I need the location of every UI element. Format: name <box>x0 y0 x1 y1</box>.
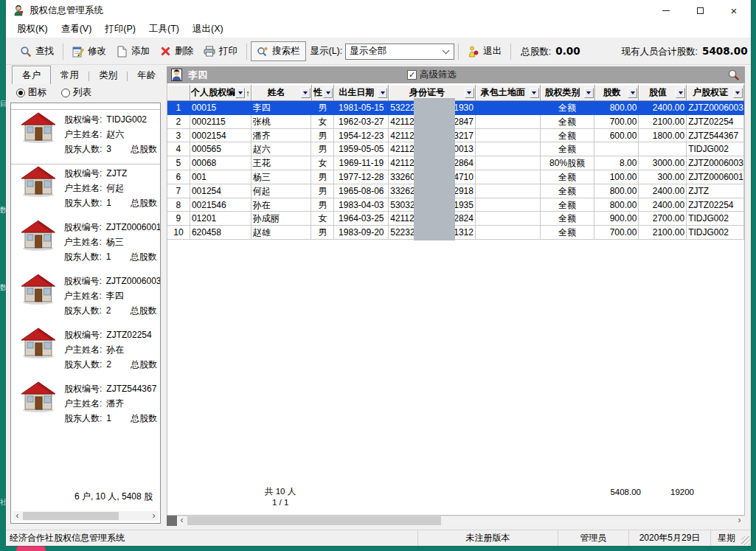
radio-icon-view[interactable]: 图标 <box>16 86 46 99</box>
cell-sharetype: 80%股额 <box>541 156 595 170</box>
cell-name: 赵六 <box>252 142 312 156</box>
filter-dropdown-icon[interactable] <box>733 88 743 98</box>
filter-dropdown-icon[interactable] <box>628 88 637 98</box>
menu-item[interactable]: 股权(K) <box>10 21 55 38</box>
menu-bar: 股权(K)查看(V)打印(P)工具(T)退出(X) <box>6 21 751 38</box>
household-code-line: 股权编号:ZJTZ <box>64 166 157 181</box>
table-row[interactable]: 7 001254 何起 男 1965-08-06 332622918 全额 80… <box>167 184 744 198</box>
cell-land <box>476 101 541 115</box>
cell-code: 00068 <box>190 156 252 170</box>
filter-dropdown-icon[interactable] <box>584 88 594 98</box>
household-owner-line: 户主姓名:杨三 <box>63 235 160 249</box>
table-row[interactable]: 9 01201 孙成丽 女 1964-03-25 421122824 全额 90… <box>167 212 744 226</box>
household-item[interactable]: 股权编号:ZJTZ02254 户主姓名:孙在 股东人数:2总股数 <box>11 325 160 379</box>
delete-button[interactable]: 删除 <box>155 42 198 60</box>
column-header-rownum[interactable] <box>167 85 190 101</box>
status-version: 未注册版本 <box>417 530 558 546</box>
filter-dropdown-icon[interactable] <box>235 88 245 98</box>
house-icon <box>20 112 57 143</box>
scrollbar-thumb[interactable] <box>187 516 441 525</box>
table-row[interactable]: 5 00068 王花 女 1969-11-19 421122864 80%股额 … <box>167 156 744 170</box>
filter-dropdown-icon[interactable] <box>378 88 387 98</box>
table-row[interactable]: 2 0002115 张桃 女 1962-03-27 421122847 全额 7… <box>167 115 744 129</box>
cell-rownum: 3 <box>167 129 190 143</box>
column-header-name[interactable]: 姓名 <box>252 85 312 101</box>
menu-item[interactable]: 退出(X) <box>186 21 230 38</box>
household-item[interactable]: 股权编号:ZJTZ 户主姓名:何起 股东人数:1总股数 <box>11 164 160 218</box>
house-icon <box>20 381 57 412</box>
household-code-line: 股权编号:ZJTZ544367 <box>64 381 157 396</box>
tab-age[interactable]: 年龄 <box>128 66 165 84</box>
column-header-code[interactable]: 个人股权编↑ <box>190 85 252 101</box>
chevron-down-icon <box>443 46 450 54</box>
column-header-land[interactable]: 承包土地面 <box>476 85 541 101</box>
cell-name: 李四 <box>252 101 312 115</box>
cell-cert: ZJTZ02254 <box>687 115 744 129</box>
filter-dropdown-icon[interactable] <box>323 88 333 98</box>
table-row[interactable]: 1 00015 李四 男 1981-05-15 532221930 全额 800… <box>167 101 744 115</box>
searchbar-toggle-button[interactable]: 搜索栏 <box>251 41 306 61</box>
menu-item[interactable]: 查看(V) <box>55 21 99 38</box>
resize-grip[interactable] <box>741 536 750 545</box>
exit-button[interactable]: 退出 <box>462 42 507 60</box>
household-members-line: 股东人数:1总股数 <box>63 249 160 264</box>
table-body: 1 00015 李四 男 1981-05-15 532221930 全额 800… <box>167 101 744 240</box>
column-header-sharevalue[interactable]: 股值 <box>639 85 687 101</box>
filter-dropdown-icon[interactable] <box>530 88 539 98</box>
household-item[interactable]: 股权编号:ZJTZ544367 户主姓名:潘齐 股东人数:1总股数 <box>11 379 160 433</box>
column-header-shares[interactable]: 股数 <box>595 85 639 101</box>
house-icon <box>20 328 57 358</box>
scrollbar-thumb[interactable] <box>23 512 119 520</box>
household-items: 股权编号:TIDJG002 户主姓名:赵六 股东人数:3总股数 <box>11 103 160 433</box>
table-row[interactable]: 6 001 杨三 男 1977-12-28 332604710 全额 100.0… <box>167 170 744 184</box>
filter-dropdown-icon[interactable] <box>465 88 474 98</box>
menu-item[interactable]: 打印(P) <box>98 21 142 38</box>
table-horizontal-scrollbar[interactable]: ‹ › <box>167 516 745 526</box>
household-item[interactable]: 股权编号:TIDJG002 户主姓名:赵六 股东人数:3总股数 <box>11 110 160 164</box>
column-header-sharetype[interactable]: 股权类别 <box>541 85 595 101</box>
scroll-left-icon[interactable]: ‹ <box>13 512 22 520</box>
household-code-line: 股权编号:ZJTZ02254 <box>64 328 157 342</box>
cell-shares: 800.00 <box>594 101 639 115</box>
filter-dropdown-icon[interactable] <box>676 88 685 98</box>
maximize-button[interactable] <box>683 0 717 21</box>
table-row[interactable]: 10 620458 赵雄 男 1983-09-20 522321312 全额 7… <box>167 226 744 240</box>
household-item[interactable]: 股权编号:ZJTZ0006003 户主姓名:李四 股东人数:2总股数 <box>11 271 160 325</box>
radio-list-view[interactable]: 列表 <box>61 86 91 99</box>
cell-shares: 700.00 <box>594 115 639 129</box>
scroll-left-icon[interactable]: ‹ <box>177 516 187 524</box>
scroll-right-icon[interactable]: › <box>149 512 159 520</box>
cell-rownum: 2 <box>167 115 190 129</box>
cell-birthdate: 1962-03-27 <box>334 115 389 129</box>
minimize-button[interactable] <box>649 0 683 21</box>
tab-category[interactable]: 类别 <box>89 66 127 84</box>
cell-land <box>476 184 541 198</box>
cell-sex: 女 <box>311 212 334 226</box>
table-row[interactable]: 3 0002154 潘齐 男 1954-12-23 421123217 全额 6… <box>167 129 744 143</box>
column-header-sex[interactable]: 性 <box>312 85 335 101</box>
print-button[interactable]: 打印 <box>198 42 243 60</box>
household-owner-line: 户主姓名:李四 <box>63 288 160 303</box>
sidebar-horizontal-scrollbar[interactable]: ‹ › <box>13 511 159 521</box>
magnifier-icon[interactable] <box>727 69 740 81</box>
scroll-right-icon[interactable]: › <box>735 516 744 524</box>
close-button[interactable]: × <box>717 0 751 21</box>
add-button[interactable]: 添加 <box>111 42 155 60</box>
tab-common[interactable]: 常用 <box>51 66 89 84</box>
column-header-cert[interactable]: 户股权证 <box>687 85 744 101</box>
menu-item[interactable]: 工具(T) <box>142 21 186 38</box>
cell-code: 001254 <box>190 184 252 198</box>
table-row[interactable]: 4 000565 赵六 男 1959-05-05 421120013 全额 TI… <box>167 142 744 156</box>
tab-households[interactable]: 各户 <box>12 66 51 84</box>
filter-dropdown-icon[interactable] <box>301 88 311 98</box>
modify-button[interactable]: 修改 <box>67 42 111 60</box>
find-button[interactable]: 查找 <box>15 42 59 60</box>
checkbox-checked-icon[interactable]: ✓ <box>407 70 417 80</box>
cell-shares: 800.00 <box>594 198 639 212</box>
advanced-filter[interactable]: ✓ 高级筛选 <box>407 69 457 81</box>
table-row[interactable]: 8 0021546 孙在 男 1983-04-03 530321935 全额 8… <box>167 198 744 212</box>
column-header-birthdate[interactable]: 出生日期 <box>334 85 389 101</box>
household-item[interactable]: 股权编号:ZJTZ0006001 户主姓名:杨三 股东人数:1总股数 <box>11 218 160 271</box>
cell-birthdate: 1965-08-06 <box>334 184 389 198</box>
display-filter-select[interactable]: 显示全部 <box>345 44 454 60</box>
